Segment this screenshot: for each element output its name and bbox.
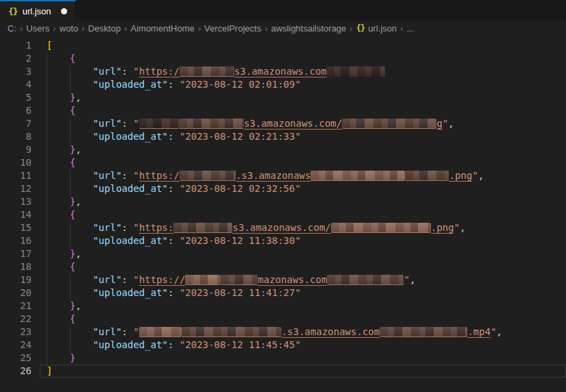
code-token (47, 287, 93, 298)
breadcrumb-item[interactable]: woto (59, 23, 79, 34)
line-number[interactable]: 9 (0, 143, 32, 156)
code-token (47, 170, 93, 181)
line-number[interactable]: 10 (0, 156, 32, 169)
line-number[interactable]: 8 (0, 130, 32, 143)
code-line[interactable]: 2 { (0, 52, 566, 65)
code-line[interactable]: 8 "uploaded_at": "2023-08-12 02:21:33" (0, 130, 566, 143)
code-token: "uploaded_at" (93, 79, 168, 90)
code-token: .mp4 (467, 326, 491, 338)
line-number[interactable]: 13 (0, 195, 32, 208)
code-token: , (75, 144, 81, 155)
code-line[interactable]: 16 "uploaded_at": "2023-08-12 11:38:30" (0, 234, 566, 247)
breadcrumb-item[interactable]: Users (25, 23, 50, 34)
breadcrumb-item[interactable]: VercelProjects (204, 23, 262, 34)
code-token: "url" (93, 66, 121, 77)
code-token: } (70, 92, 75, 103)
code-token: g (436, 118, 442, 130)
code-line[interactable]: 4 "uploaded_at": "2023-08-12 02:01:09" (0, 78, 566, 91)
code-line[interactable]: 14 { (0, 208, 566, 221)
code-token: : (122, 170, 134, 181)
json-braces-icon: {} (356, 23, 365, 33)
modified-indicator[interactable] (61, 8, 67, 14)
code-token (47, 326, 93, 337)
line-number[interactable]: 6 (0, 104, 32, 117)
code-token (47, 300, 70, 311)
code-line-content: }, (47, 143, 82, 156)
code-token (47, 157, 70, 168)
code-line[interactable]: 17 }, (0, 247, 566, 260)
code-line[interactable]: 3 "url": "https:/s3.amazonaws.com (0, 65, 566, 78)
code-line[interactable]: 19 "url": "https://mazonaws.com", (0, 273, 566, 286)
redacted-blur-patch (182, 327, 282, 337)
code-token: "url" (93, 118, 121, 129)
line-number[interactable]: 26 (0, 365, 32, 378)
code-token: " (133, 274, 138, 285)
breadcrumb-item[interactable]: ... (406, 23, 415, 34)
line-number[interactable]: 12 (0, 182, 32, 195)
line-number[interactable]: 18 (0, 260, 32, 273)
line-number[interactable]: 17 (0, 247, 32, 260)
code-token (47, 66, 93, 77)
breadcrumb-item[interactable]: C: (7, 23, 17, 34)
code-line[interactable]: 26] (0, 365, 566, 378)
line-number[interactable]: 11 (0, 169, 32, 182)
code-line-content: "uploaded_at": "2023-08-12 02:32:56" (47, 182, 301, 195)
line-number[interactable]: 23 (0, 326, 32, 339)
line-number[interactable]: 24 (0, 339, 32, 352)
line-number[interactable]: 5 (0, 91, 32, 104)
code-token: " (443, 118, 448, 129)
redacted-blur-patch (180, 171, 236, 181)
breadcrumb-item[interactable]: Desktop (87, 23, 121, 34)
breadcrumb-item[interactable]: AimomentHome (130, 23, 195, 34)
code-line[interactable]: 21 }, (0, 299, 566, 313)
code-line[interactable]: 25 } (0, 352, 566, 365)
code-token: ] (47, 365, 52, 376)
code-line[interactable]: 15 "url": "https:s3.amazonaws.com/.png", (0, 221, 566, 234)
code-token (47, 313, 70, 324)
code-line[interactable]: 13 }, (0, 195, 566, 208)
code-line[interactable]: 6 { (0, 104, 566, 117)
code-line[interactable]: 12 "uploaded_at": "2023-08-12 02:32:56" (0, 182, 566, 195)
line-number[interactable]: 20 (0, 286, 32, 299)
tab-label: url.json (23, 6, 51, 16)
code-line-content: { (47, 156, 75, 169)
code-token: , (75, 92, 81, 103)
tab-bar-empty-space (76, 0, 566, 21)
code-line[interactable]: 5 }, (0, 91, 566, 104)
code-line[interactable]: 18 { (0, 260, 566, 273)
line-number[interactable]: 14 (0, 208, 32, 221)
line-number[interactable]: 21 (0, 299, 32, 313)
json-braces-icon: {} (8, 6, 18, 16)
line-number[interactable]: 3 (0, 65, 32, 78)
line-number[interactable]: 16 (0, 234, 32, 247)
code-token (47, 131, 93, 142)
tab-bar: {} url.json (0, 0, 566, 21)
code-line[interactable]: 22 { (0, 313, 566, 326)
code-line[interactable]: 10 { (0, 156, 566, 169)
code-token: "2023-08-12 02:21:33" (180, 131, 301, 142)
line-number[interactable]: 1 (0, 39, 32, 52)
line-number[interactable]: 22 (0, 313, 32, 326)
code-token: { (70, 105, 75, 116)
code-token: "2023-08-12 11:41:27" (180, 287, 301, 298)
breadcrumb-item[interactable]: {}url.json (356, 23, 397, 34)
code-line[interactable]: 24 "uploaded_at": "2023-08-12 11:45:45" (0, 339, 566, 352)
line-number[interactable]: 7 (0, 117, 32, 130)
code-token: " (472, 170, 478, 181)
editor-code-area[interactable]: 1[2 {3 "url": "https:/s3.amazonaws.com4 … (0, 36, 566, 392)
line-number[interactable]: 25 (0, 352, 32, 365)
tab-url-json[interactable]: {} url.json (0, 0, 76, 21)
code-line[interactable]: 1[ (0, 39, 566, 52)
line-number[interactable]: 2 (0, 52, 32, 65)
code-line[interactable]: 9 }, (0, 143, 566, 156)
line-number[interactable]: 15 (0, 221, 32, 234)
code-token: : (168, 235, 180, 246)
code-token: : (122, 222, 134, 233)
code-line[interactable]: 20 "uploaded_at": "2023-08-12 11:41:27" (0, 286, 566, 299)
code-line[interactable]: 11 "url": "https:/.s3.amazonaws.png", (0, 169, 566, 182)
code-line[interactable]: 23 "url": ".s3.amazonaws.com.mp4", (0, 326, 566, 339)
line-number[interactable]: 4 (0, 78, 32, 91)
line-number[interactable]: 19 (0, 273, 32, 286)
breadcrumb-item[interactable]: awslightsailstorage (270, 23, 347, 34)
code-line[interactable]: 7 "url": "s3.amazonaws.com/g", (0, 117, 566, 130)
